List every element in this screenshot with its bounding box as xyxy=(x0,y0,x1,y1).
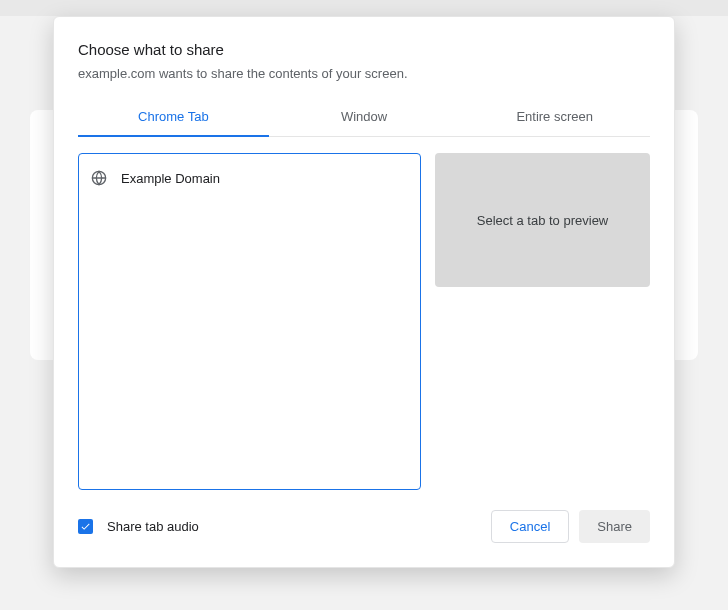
tab-list-item[interactable]: Example Domain xyxy=(79,160,420,196)
preview-panel: Select a tab to preview xyxy=(435,153,650,490)
dialog-title: Choose what to share xyxy=(78,41,650,58)
share-audio-option[interactable]: Share tab audio xyxy=(78,519,199,534)
tab-list-panel[interactable]: Example Domain xyxy=(78,153,421,490)
share-dialog: Choose what to share example.com wants t… xyxy=(53,16,675,568)
tab-list-item-label: Example Domain xyxy=(121,171,220,186)
share-button[interactable]: Share xyxy=(579,510,650,543)
share-audio-label: Share tab audio xyxy=(107,519,199,534)
globe-icon xyxy=(91,170,107,186)
check-icon xyxy=(80,521,91,532)
share-tabs: Chrome Tab Window Entire screen xyxy=(78,99,650,137)
cancel-button[interactable]: Cancel xyxy=(491,510,569,543)
share-audio-checkbox[interactable] xyxy=(78,519,93,534)
tab-window[interactable]: Window xyxy=(269,99,460,136)
tab-entire-screen[interactable]: Entire screen xyxy=(459,99,650,136)
tab-chrome-tab[interactable]: Chrome Tab xyxy=(78,99,269,136)
dialog-buttons: Cancel Share xyxy=(491,510,650,543)
content-area: Example Domain Select a tab to preview xyxy=(78,153,650,490)
dialog-footer: Share tab audio Cancel Share xyxy=(78,490,650,543)
preview-placeholder: Select a tab to preview xyxy=(435,153,650,287)
preview-placeholder-text: Select a tab to preview xyxy=(477,213,609,228)
browser-top-bar xyxy=(0,0,728,16)
dialog-subtitle: example.com wants to share the contents … xyxy=(78,66,650,81)
